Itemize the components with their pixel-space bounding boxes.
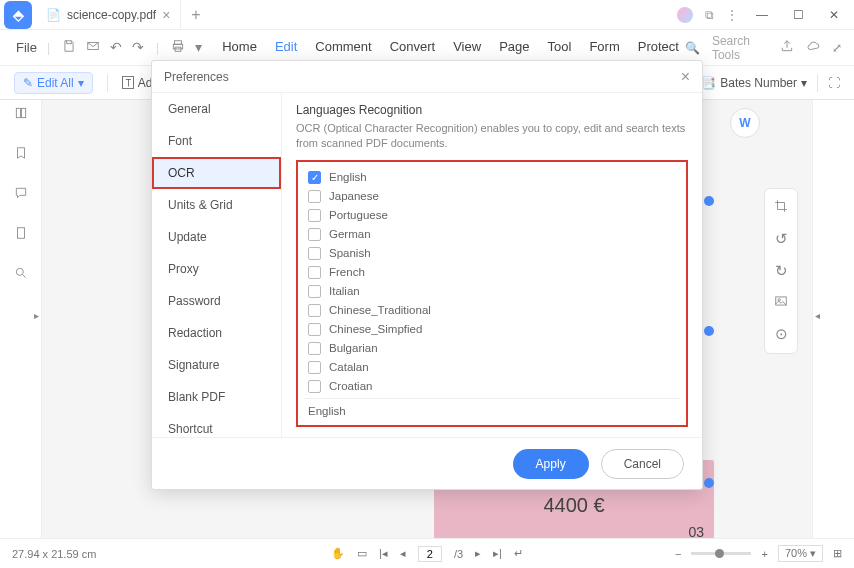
pref-nav-redaction[interactable]: Redaction [152, 317, 281, 349]
save-icon[interactable] [62, 39, 76, 56]
last-page-icon[interactable]: ▸| [493, 547, 502, 560]
select-tool-icon[interactable]: ▭ [357, 547, 367, 560]
pref-nav-font[interactable]: Font [152, 125, 281, 157]
checkbox-icon[interactable] [308, 342, 321, 355]
word-export-badge[interactable]: W [730, 108, 760, 138]
mail-icon[interactable] [86, 39, 100, 56]
apply-button[interactable]: Apply [513, 449, 589, 479]
new-tab-button[interactable]: + [181, 6, 210, 24]
menu-home[interactable]: Home [222, 33, 257, 62]
jump-icon[interactable]: ↵ [514, 547, 523, 560]
language-option[interactable]: Japanese [304, 187, 680, 206]
pref-nav-units-grid[interactable]: Units & Grid [152, 189, 281, 221]
menu-view[interactable]: View [453, 33, 481, 62]
selection-handle[interactable] [704, 326, 714, 336]
undo-icon[interactable]: ↶ [110, 39, 122, 56]
language-option[interactable]: Croatian [304, 377, 680, 396]
expand-right-icon[interactable]: ◂ [815, 310, 820, 321]
close-window-button[interactable]: ✕ [822, 8, 846, 22]
fit-page-icon[interactable]: ⊞ [833, 547, 842, 560]
language-option[interactable]: Catalan [304, 358, 680, 377]
more-tools-icon[interactable]: ⊙ [775, 325, 788, 343]
bates-number-button[interactable]: 📑 Bates Number ▾ [701, 76, 807, 90]
pref-nav-signature[interactable]: Signature [152, 349, 281, 381]
checkbox-icon[interactable] [308, 380, 321, 393]
cloud-icon[interactable] [806, 39, 820, 56]
minimize-button[interactable]: — [750, 8, 774, 22]
checkbox-icon[interactable] [308, 228, 321, 241]
maximize-button[interactable]: ☐ [786, 8, 810, 22]
language-option[interactable]: Spanish [304, 244, 680, 263]
crop-icon[interactable] [774, 199, 788, 216]
checkbox-icon[interactable] [308, 266, 321, 279]
checkbox-icon[interactable] [308, 285, 321, 298]
prev-page-icon[interactable]: ◂ [400, 547, 406, 560]
cancel-button[interactable]: Cancel [601, 449, 684, 479]
dropdown-icon[interactable]: ▾ [195, 39, 202, 56]
language-option[interactable]: Portuguese [304, 206, 680, 225]
zoom-in-icon[interactable]: + [761, 548, 767, 560]
window-icon[interactable]: ⧉ [705, 8, 714, 22]
edit-all-button[interactable]: ✎ Edit All ▾ [14, 72, 93, 94]
share-icon[interactable] [780, 39, 794, 56]
pref-nav-password[interactable]: Password [152, 285, 281, 317]
comment-icon[interactable] [14, 186, 28, 204]
menu-tool[interactable]: Tool [548, 33, 572, 62]
language-option[interactable]: Italian [304, 282, 680, 301]
zoom-slider[interactable] [691, 552, 751, 555]
redo-icon[interactable]: ↷ [132, 39, 144, 56]
language-option[interactable]: ✓English [304, 168, 680, 187]
zoom-value[interactable]: 70% ▾ [778, 545, 823, 562]
menu-form[interactable]: Form [589, 33, 619, 62]
checkbox-icon[interactable] [308, 209, 321, 222]
checkbox-icon[interactable] [308, 190, 321, 203]
bookmark-icon[interactable] [14, 146, 28, 164]
checkbox-icon[interactable] [308, 247, 321, 260]
document-tab[interactable]: 📄 science-copy.pdf × [36, 0, 181, 29]
menu-convert[interactable]: Convert [390, 33, 436, 62]
menu-page[interactable]: Page [499, 33, 529, 62]
checkbox-icon[interactable] [308, 304, 321, 317]
selection-handle[interactable] [704, 478, 714, 488]
pref-nav-proxy[interactable]: Proxy [152, 253, 281, 285]
dialog-close-icon[interactable]: × [681, 68, 690, 86]
menu-edit[interactable]: Edit [275, 33, 297, 62]
pref-nav-shortcut[interactable]: Shortcut [152, 413, 281, 437]
attachment-icon[interactable] [14, 226, 28, 244]
more-icon[interactable]: ⋮ [726, 8, 738, 22]
user-avatar-icon[interactable] [677, 7, 693, 23]
language-option[interactable]: German [304, 225, 680, 244]
rotate-left-icon[interactable]: ↺ [775, 230, 788, 248]
checkbox-icon[interactable] [308, 323, 321, 336]
checkbox-icon[interactable] [308, 361, 321, 374]
language-option[interactable]: Bulgarian [304, 339, 680, 358]
expand-icon[interactable]: ⤢ [832, 41, 842, 55]
zoom-out-icon[interactable]: − [675, 548, 681, 560]
search-panel-icon[interactable] [14, 266, 28, 284]
thumbnails-icon[interactable] [14, 106, 28, 124]
language-option[interactable]: Chinese_Traditional [304, 301, 680, 320]
selection-handle[interactable] [704, 196, 714, 206]
language-option[interactable]: Chinese_Simpfied [304, 320, 680, 339]
search-tools-input[interactable]: Search Tools [712, 34, 768, 62]
rotate-right-icon[interactable]: ↻ [775, 262, 788, 280]
pref-nav-blank-pdf[interactable]: Blank PDF [152, 381, 281, 413]
checkbox-icon[interactable]: ✓ [308, 171, 321, 184]
file-menu[interactable]: File [12, 40, 41, 55]
page-number-input[interactable] [418, 546, 442, 562]
fullscreen-icon[interactable]: ⛶ [828, 76, 840, 90]
pref-nav-general[interactable]: General [152, 93, 281, 125]
add-button[interactable]: 🅃 Ad [122, 76, 153, 90]
menu-protect[interactable]: Protect [638, 33, 679, 62]
pref-nav-ocr[interactable]: OCR [152, 157, 281, 189]
hand-tool-icon[interactable]: ✋ [331, 547, 345, 560]
language-option[interactable]: French [304, 263, 680, 282]
pref-nav-update[interactable]: Update [152, 221, 281, 253]
print-icon[interactable] [171, 39, 185, 56]
tab-close-icon[interactable]: × [162, 7, 170, 23]
image-icon[interactable] [774, 294, 788, 311]
menu-comment[interactable]: Comment [315, 33, 371, 62]
next-page-icon[interactable]: ▸ [475, 547, 481, 560]
first-page-icon[interactable]: |◂ [379, 547, 388, 560]
expand-left-icon[interactable]: ▸ [34, 310, 39, 321]
